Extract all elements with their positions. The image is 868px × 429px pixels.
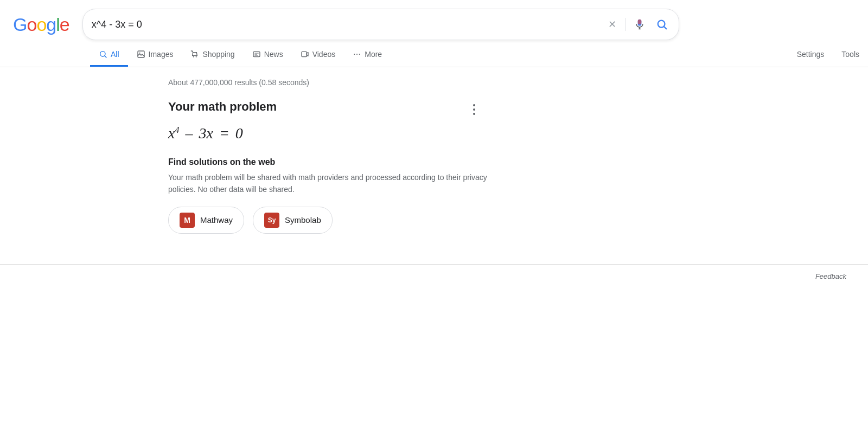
tab-shopping[interactable]: Shopping <box>182 42 243 67</box>
tab-all[interactable]: All <box>90 42 128 67</box>
videos-tab-icon <box>301 50 309 59</box>
bottom-area: Feedback <box>0 264 868 287</box>
tools-label: Tools <box>841 50 859 59</box>
news-tab-icon <box>252 50 261 59</box>
mathway-logo-text: M <box>184 216 190 225</box>
formula-minus: – <box>181 125 196 142</box>
tab-images-label: Images <box>149 50 174 59</box>
shopping-tab-icon <box>190 50 199 59</box>
math-card: Your math problem x4 – 3x = 0 Find solut… <box>168 100 488 242</box>
find-solutions-title: Find solutions on the web <box>168 157 488 167</box>
tab-more-label: More <box>365 50 382 59</box>
search-input[interactable]: x^4 - 3x = 0 <box>92 19 602 30</box>
math-formula: x4 – 3x = 0 <box>168 125 488 142</box>
divider <box>625 18 626 31</box>
svg-point-5 <box>196 56 197 57</box>
more-tab-icon <box>353 50 361 59</box>
results-count: About 477,000,000 results (0.58 seconds) <box>168 78 488 87</box>
close-icon: ✕ <box>608 20 616 29</box>
svg-point-9 <box>356 54 358 55</box>
symbolab-logo: Sy <box>264 213 279 228</box>
search-icon <box>656 18 668 30</box>
settings-label: Settings <box>797 50 825 59</box>
microphone-button[interactable] <box>632 15 647 34</box>
clear-button[interactable]: ✕ <box>606 17 618 31</box>
tab-videos-label: Videos <box>312 50 336 59</box>
tab-images[interactable]: Images <box>128 42 182 67</box>
tab-news-label: News <box>264 50 283 59</box>
symbolab-label: Symbolab <box>285 215 321 225</box>
google-logo: Google <box>13 14 69 35</box>
svg-rect-7 <box>302 52 307 56</box>
settings-button[interactable]: Settings <box>788 42 833 67</box>
search-bar-wrapper: x^4 - 3x = 0 ✕ <box>82 9 679 40</box>
find-solutions-desc: Your math problem will be shared with ma… <box>168 171 488 196</box>
mathway-logo: M <box>180 213 195 228</box>
svg-point-10 <box>359 54 360 55</box>
symbolab-button[interactable]: Sy Symbolab <box>253 207 333 234</box>
svg-point-8 <box>354 54 355 55</box>
svg-point-4 <box>193 56 194 57</box>
mathway-button[interactable]: M Mathway <box>168 207 244 234</box>
card-menu-button[interactable] <box>469 102 480 117</box>
tab-videos[interactable]: Videos <box>292 42 344 67</box>
search-bar-icons: ✕ <box>606 15 670 34</box>
formula-x: x4 <box>168 125 179 142</box>
three-dots-icon <box>473 104 475 115</box>
search-submit-button[interactable] <box>654 16 670 33</box>
search-bar: x^4 - 3x = 0 ✕ <box>82 9 679 40</box>
search-tab-icon <box>99 50 107 59</box>
symbolab-logo-text: Sy <box>268 216 276 224</box>
svg-point-3 <box>139 53 140 54</box>
tab-news[interactable]: News <box>244 42 292 67</box>
mathway-label: Mathway <box>200 215 233 225</box>
tab-shopping-label: Shopping <box>202 50 234 59</box>
tab-all-label: All <box>111 50 119 59</box>
math-card-title: Your math problem <box>168 100 488 114</box>
main-content: About 477,000,000 results (0.58 seconds)… <box>0 67 488 242</box>
images-tab-icon <box>137 50 145 59</box>
math-providers: M Mathway Sy Symbolab <box>168 207 488 234</box>
formula-3x: 3x <box>199 125 213 142</box>
nav-right: Settings Tools <box>788 42 868 67</box>
nav-tabs: All Images Shopping <box>0 42 868 67</box>
header: Google x^4 - 3x = 0 ✕ <box>0 0 868 40</box>
formula-equals: = <box>215 125 233 142</box>
microphone-icon <box>634 17 645 32</box>
tab-more[interactable]: More <box>344 42 391 67</box>
feedback-link[interactable]: Feedback <box>815 272 846 280</box>
formula-zero: 0 <box>235 125 243 142</box>
tools-button[interactable]: Tools <box>833 42 868 67</box>
